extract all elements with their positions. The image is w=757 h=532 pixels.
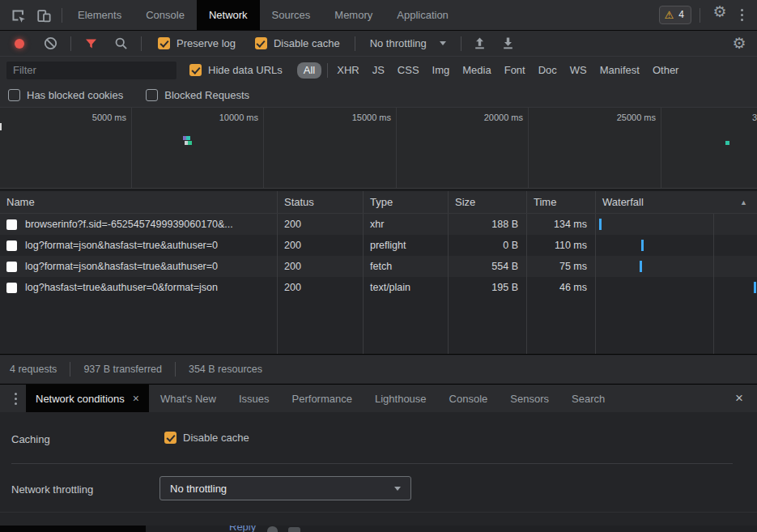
filter-type-all[interactable]: All xyxy=(297,62,321,79)
divider xyxy=(11,463,733,464)
caching-label: Caching xyxy=(11,433,50,445)
hide-data-urls-label: Hide data URLs xyxy=(208,64,283,76)
filter-type-ws[interactable]: WS xyxy=(563,64,593,76)
request-name: browserinfo?f.sid=-6525457499939060170&.… xyxy=(25,219,233,230)
column-header-waterfall[interactable]: Waterfall ▲ xyxy=(595,191,757,213)
preserve-log-label: Preserve log xyxy=(176,37,236,49)
request-file-icon xyxy=(6,262,17,272)
page-behind-reply-button[interactable]: Reply xyxy=(229,526,256,532)
tab-sources[interactable]: Sources xyxy=(260,0,323,30)
request-name: log?format=json&hasfast=true&authuser=0 xyxy=(25,261,218,272)
table-row[interactable]: log?hasfast=true&authuser=0&format=json … xyxy=(0,277,757,298)
filter-type-js[interactable]: JS xyxy=(366,64,391,76)
blocked-requests-checkbox[interactable]: Blocked Requests xyxy=(146,89,249,101)
request-waterfall-cell xyxy=(595,277,757,298)
page-behind-strip: Reply xyxy=(0,526,757,532)
drawer-tab-issues[interactable]: Issues xyxy=(228,385,281,412)
drawer-tab-whats-new[interactable]: What's New xyxy=(149,385,228,412)
network-settings-button[interactable]: ⚙ xyxy=(728,32,751,55)
timeline-gridline xyxy=(263,108,264,188)
issues-warning-badge[interactable]: ⚠ 4 xyxy=(659,6,691,24)
checkbox-unchecked-icon xyxy=(146,89,158,101)
disable-cache-checkbox[interactable]: Disable cache xyxy=(255,37,340,49)
gear-icon: ⚙ xyxy=(712,4,726,19)
drawer-tab-network-conditions[interactable]: Network conditions × xyxy=(26,385,149,412)
filter-type-css[interactable]: CSS xyxy=(391,64,426,76)
funnel-filter-icon xyxy=(84,37,98,50)
clear-network-log-button[interactable] xyxy=(44,36,57,50)
has-blocked-cookies-checkbox[interactable]: Has blocked cookies xyxy=(8,89,123,101)
column-header-size[interactable]: Size xyxy=(448,191,526,213)
close-tab-icon[interactable]: × xyxy=(133,392,139,405)
disable-cache-label: Disable cache xyxy=(274,37,340,49)
drawer-tab-search[interactable]: Search xyxy=(560,385,616,412)
filter-type-img[interactable]: Img xyxy=(426,64,457,76)
separator xyxy=(327,63,328,78)
timeline-tick-label: 25000 ms xyxy=(532,113,656,124)
tab-application[interactable]: Application xyxy=(385,0,461,30)
separator xyxy=(141,36,142,51)
sort-ascending-icon: ▲ xyxy=(740,198,747,206)
table-empty-area xyxy=(0,298,757,354)
drawer-tab-performance[interactable]: Performance xyxy=(281,385,364,412)
filter-type-font[interactable]: Font xyxy=(498,64,532,76)
column-header-time[interactable]: Time xyxy=(526,191,595,213)
request-type: text/plain xyxy=(363,277,448,298)
warning-count: 4 xyxy=(678,9,684,20)
search-button[interactable] xyxy=(114,36,128,50)
tab-network[interactable]: Network xyxy=(197,0,260,30)
drawer-tab-lighthouse[interactable]: Lighthouse xyxy=(364,385,438,412)
network-conditions-panel: Caching Disable cache Network throttling… xyxy=(0,412,757,526)
inspect-element-button[interactable] xyxy=(6,4,29,27)
tab-console[interactable]: Console xyxy=(134,0,197,30)
table-row[interactable]: browserinfo?f.sid=-6525457499939060170&.… xyxy=(0,214,757,235)
timeline-load-marker xyxy=(0,123,2,130)
preserve-log-checkbox[interactable]: Preserve log xyxy=(158,37,236,49)
drawer-disable-cache-checkbox[interactable]: Disable cache xyxy=(164,432,249,444)
warning-icon: ⚠ xyxy=(665,9,674,21)
request-status: 200 xyxy=(277,277,363,298)
hide-data-urls-checkbox[interactable]: Hide data URLs xyxy=(189,64,283,76)
filter-input[interactable] xyxy=(6,62,176,79)
request-size: 188 B xyxy=(448,214,526,235)
export-har-button[interactable] xyxy=(501,36,515,50)
filter-type-other[interactable]: Other xyxy=(646,64,686,76)
request-file-icon xyxy=(6,283,17,293)
filter-type-media[interactable]: Media xyxy=(456,64,497,76)
settings-button[interactable]: ⚙ xyxy=(708,0,731,23)
waterfall-bar xyxy=(599,219,602,230)
page-behind-dark-block xyxy=(0,526,146,532)
transferred-size: 937 B transferred xyxy=(83,364,162,375)
column-header-name[interactable]: Name xyxy=(0,191,277,213)
device-toolbar-button[interactable] xyxy=(32,4,55,27)
table-row[interactable]: log?format=json&hasfast=true&authuser=0 … xyxy=(0,256,757,277)
separator xyxy=(700,8,700,23)
column-header-status[interactable]: Status xyxy=(277,191,363,213)
filter-type-xhr[interactable]: XHR xyxy=(330,64,365,76)
chevron-down-icon xyxy=(440,41,446,45)
import-har-button[interactable] xyxy=(473,36,487,50)
separator xyxy=(70,362,70,377)
checkbox-unchecked-icon xyxy=(8,89,20,101)
filter-toggle-button[interactable] xyxy=(84,37,98,50)
blocked-filters-row: Has blocked cookies Blocked Requests xyxy=(0,83,757,108)
separator xyxy=(355,36,355,51)
request-name: log?format=json&hasfast=true&authuser=0 xyxy=(25,240,218,251)
more-options-kebab-icon[interactable] xyxy=(731,4,752,27)
request-size: 195 B xyxy=(448,277,526,298)
request-waterfall-cell xyxy=(595,214,757,235)
drawer-tab-console[interactable]: Console xyxy=(438,385,500,412)
throttling-dropdown[interactable]: No throttling xyxy=(370,37,446,49)
checkbox-checked-icon xyxy=(189,64,202,76)
close-drawer-button[interactable]: × xyxy=(729,389,749,408)
filter-type-doc[interactable]: Doc xyxy=(532,64,563,76)
drawer-tab-sensors[interactable]: Sensors xyxy=(499,385,560,412)
record-network-log-button[interactable] xyxy=(15,39,24,49)
tab-elements[interactable]: Elements xyxy=(66,0,134,30)
column-header-type[interactable]: Type xyxy=(363,191,448,213)
drawer-more-tools-kebab-icon[interactable] xyxy=(5,387,26,410)
filter-type-manifest[interactable]: Manifest xyxy=(593,64,646,76)
tab-memory[interactable]: Memory xyxy=(322,0,385,30)
network-throttling-select[interactable]: No throttling xyxy=(159,476,411,500)
network-overview-timeline[interactable]: 5000 ms 10000 ms 15000 ms 20000 ms 25000… xyxy=(0,108,757,189)
